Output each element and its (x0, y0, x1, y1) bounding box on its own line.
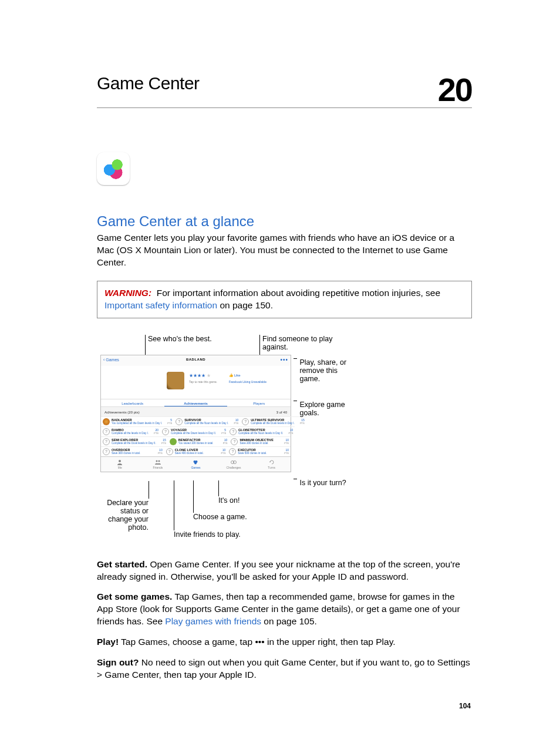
task-play-label: Play! (97, 637, 119, 647)
achievement-desc: Complete all the Dawn levels in Day II. (171, 432, 216, 435)
task-get-games-label: Get some games. (97, 591, 172, 601)
section-intro: Game Center lets you play your favorite … (97, 232, 472, 269)
achievement-cell[interactable]: ?EXECUTORSave 500 clones in total.10PTS (227, 446, 291, 456)
nav-bar: ‹ Games BADLAND ••• (101, 355, 291, 366)
callout-explore-goals: Explore game goals. (297, 401, 356, 417)
achievement-cell[interactable]: BADLANDERYou completed all the Dawn leve… (101, 416, 174, 426)
achievement-desc: Complete all the Dusk levels in Day II. (112, 442, 156, 445)
achievement-icon (170, 438, 177, 445)
achievement-desc: Complete all the Noon levels in Day I. (184, 422, 228, 425)
tasks-section: Get started. Open Game Center. If you se… (97, 559, 472, 681)
achievement-points: 10PTS (281, 438, 289, 445)
achievement-icon: ? (176, 418, 183, 425)
achievement-icon: ? (230, 428, 237, 435)
game-center-app-icon (97, 152, 130, 185)
achievements-grid: BADLANDERYou completed all the Dawn leve… (101, 416, 291, 456)
important-safety-link[interactable]: Important safety information (104, 300, 217, 310)
seg-leaderboards[interactable]: Leaderboards (101, 399, 164, 406)
achievement-cell[interactable]: ?ULTIMATE SURVIVORComplete all the Dusk … (240, 416, 306, 426)
achievement-desc: You saved 100 clones in total. (178, 442, 218, 445)
achievement-desc: You completed all the Dawn levels in Day… (112, 422, 162, 425)
achievement-icon: ? (166, 448, 173, 455)
achievement-cell[interactable]: ?RAMBOComplete all the levels in Day I.2… (101, 426, 160, 436)
achievement-icon: ? (103, 428, 110, 435)
svg-point-5 (194, 462, 197, 464)
section-heading: Game Center at a glance (97, 213, 472, 230)
achievement-icon: ? (229, 448, 236, 455)
achievement-cell[interactable]: ?SEMI EXPLORERComplete all the Dusk leve… (101, 436, 168, 446)
callout-top-right: Find someone to play against. (259, 335, 359, 355)
callout-choose-game: Choose a game. (193, 513, 247, 521)
figure: See who's the best. Find someone to play… (99, 335, 472, 541)
achievement-icon: ? (103, 448, 110, 455)
achievement-row: BADLANDERYou completed all the Dawn leve… (101, 416, 291, 426)
achievement-cell[interactable]: ?CLONE LOVERSave 400 clones in total.10P… (164, 446, 228, 456)
tab-bar: Me Friends Games Challenges Turns (101, 456, 291, 472)
achievement-points: 20PTS (150, 428, 158, 435)
callout-declare-status: Declare your status or change your photo… (96, 499, 149, 532)
game-artwork (167, 372, 184, 389)
achievement-points: 10PTS (281, 448, 289, 455)
achievement-cell[interactable]: ?SURVIVORComplete all the Noon levels in… (174, 416, 240, 426)
achievement-cell[interactable]: ?OVERDOERSave 300 clones in total.10PTS (101, 446, 164, 456)
svg-point-2 (158, 460, 160, 462)
achievement-desc: Complete all the Dusk levels in Day I. (251, 422, 295, 425)
seg-players[interactable]: Players (227, 399, 291, 406)
callout-invite-friends: Invite friends to play. (174, 530, 241, 539)
achievement-desc: Save 500 clones in total. (238, 452, 279, 455)
tab-games[interactable]: Games (177, 457, 215, 472)
callout-your-turn: Is it your turn? (297, 479, 356, 487)
task-signout-label: Sign out? (97, 657, 139, 667)
more-icon[interactable]: ••• (280, 357, 288, 363)
callout-its-on: It's on! (218, 496, 239, 505)
svg-point-1 (156, 460, 157, 462)
achievement-desc: Save 200 clones in total. (239, 442, 279, 445)
like-button[interactable]: 👍 Like (229, 373, 241, 377)
achievement-points: 10PTS (219, 438, 227, 445)
achievement-row: ?SEMI EXPLORERComplete all the Dusk leve… (101, 436, 291, 446)
like-hint: Facebook Liking Unavailable (229, 380, 266, 384)
game-header: ★★★★ ★ 👍 Like Tap to rate this game. Fac… (101, 366, 291, 399)
chapter-header: Game Center 20 (97, 73, 472, 108)
chapter-number: 20 (438, 73, 472, 106)
achievement-points: 15PTS (296, 418, 305, 425)
achievement-desc: Complete all the levels in Day I. (112, 432, 149, 435)
task-get-started-label: Get started. (97, 559, 147, 569)
seg-achievements[interactable]: Achievements (164, 399, 228, 406)
tab-me[interactable]: Me (101, 457, 139, 472)
achievement-icon (103, 418, 110, 425)
rating-stars[interactable]: ★★★★ ★ (189, 373, 211, 378)
task-play-text: Tap Games, choose a game, tap ••• in the… (119, 637, 396, 647)
warning-text-before: For important information about avoiding… (157, 288, 440, 298)
achievement-row: ?RAMBOComplete all the levels in Day I.2… (101, 426, 291, 436)
achievement-icon: ? (162, 428, 169, 435)
achievement-points: 10PTS (217, 448, 225, 455)
achievement-cell[interactable]: ?MINIMUM OBJECTIVESave 200 clones in tot… (229, 436, 291, 446)
achievement-desc: Save 300 clones in total. (112, 452, 153, 455)
achievement-cell[interactable]: BENEFACTORYou saved 100 clones in total.… (168, 436, 230, 446)
nav-back-button[interactable]: ‹ Games (103, 358, 119, 362)
achievement-icon: ? (103, 438, 110, 445)
warning-text-after: on page 150. (217, 300, 273, 310)
achievement-cell[interactable]: ?GLOBETROTTERComplete all the Noon level… (228, 426, 295, 436)
play-with-friends-link[interactable]: Play games with friends (165, 616, 261, 626)
page-number: 104 (459, 702, 471, 710)
achievement-points: 15PTS (158, 438, 166, 445)
achievement-cell[interactable]: ?VOYAGERComplete all the Dawn levels in … (160, 426, 228, 436)
tab-turns[interactable]: Turns (252, 457, 291, 472)
chapter-title: Game Center (97, 73, 200, 93)
tab-challenges[interactable]: Challenges (215, 457, 253, 472)
warning-box: WARNING: For important information about… (97, 281, 472, 318)
callout-play-share: Play, share, or remove this game. (297, 358, 356, 383)
callout-top-left: See who's the best. (145, 335, 259, 355)
achievement-icon: ? (231, 438, 238, 445)
segmented-control[interactable]: Leaderboards Achievements Players (101, 399, 291, 407)
achievements-header: Achievements (20 pts) 3 of 40 (101, 407, 291, 416)
achievement-points: 10PTS (230, 418, 238, 425)
achievement-points: 10PTS (285, 428, 293, 435)
tab-friends[interactable]: Friends (139, 457, 177, 472)
achievement-desc: Save 400 clones in total. (175, 452, 216, 455)
task-signout-text: No need to sign out when you quit Game C… (97, 657, 470, 680)
achievement-points: 5PTS (164, 418, 172, 425)
achievement-points: 5PTS (218, 428, 226, 435)
